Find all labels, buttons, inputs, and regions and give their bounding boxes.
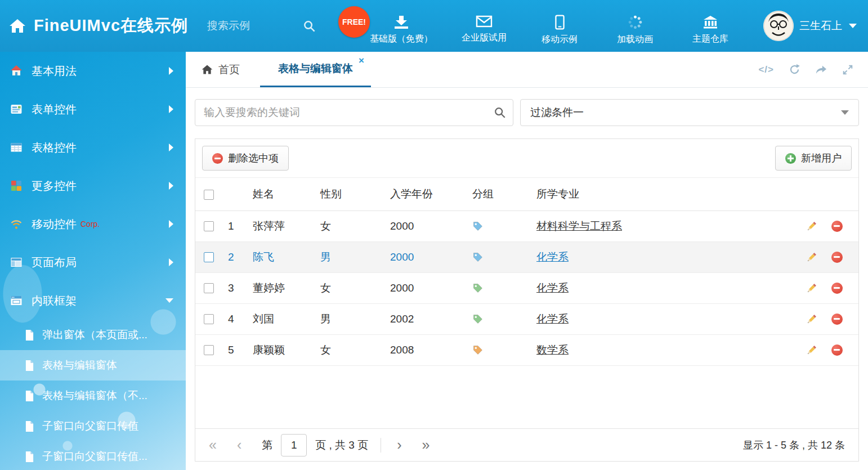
delete-icon[interactable] [831, 252, 843, 263]
sidebar-item-inline-frame[interactable]: 内联框架 [0, 281, 186, 320]
app-logo[interactable]: FineUIMvc在线示例 [0, 15, 188, 37]
sidebar-subitem-popup-window[interactable]: 弹出窗体（本页面或... [0, 320, 186, 350]
row-number: 4 [228, 303, 253, 334]
user-name: 三生石上 [799, 19, 842, 33]
cell-name: 张萍萍 [253, 211, 320, 241]
tag-icon [472, 221, 484, 232]
grid-panel: 删除选中项 新增用户 姓名 性别 入学年份 [195, 138, 859, 462]
form-icon [10, 103, 23, 115]
nav-mobile-demo[interactable]: 移动示例 [535, 6, 584, 46]
nav-loading-animation[interactable]: 加载动画 [611, 6, 659, 46]
col-header-year[interactable]: 入学年份 [390, 178, 472, 211]
button-label: 新增用户 [801, 151, 842, 165]
keyword-search-input[interactable] [195, 99, 513, 126]
envelope-icon [476, 15, 493, 28]
major-link[interactable]: 化学系 [536, 282, 569, 294]
row-checkbox[interactable] [204, 283, 214, 293]
nav-label: 主题仓库 [692, 33, 728, 45]
user-menu[interactable]: 三生石上 [763, 11, 857, 41]
row-checkbox[interactable] [204, 314, 214, 324]
code-icon[interactable]: </> [758, 64, 774, 75]
row-number: 2 [228, 241, 253, 272]
edit-icon[interactable] [806, 344, 817, 356]
col-header-group[interactable]: 分组 [472, 178, 536, 211]
chevron-down-icon [841, 110, 849, 115]
table-row[interactable]: 2 陈飞 男 2000 化学系 [195, 241, 858, 272]
chevron-right-icon [169, 220, 173, 228]
delete-selected-button[interactable]: 删除选中项 [202, 146, 289, 171]
add-user-button[interactable]: 新增用户 [775, 146, 852, 171]
home-icon [202, 64, 213, 75]
sidebar-item-label: 基本用法 [32, 64, 77, 79]
table-header-row: 姓名 性别 入学年份 分组 所学专业 [195, 178, 858, 211]
delete-icon[interactable] [831, 221, 843, 232]
cell-name: 董婷婷 [253, 272, 320, 303]
chevron-right-icon [169, 67, 173, 75]
cell-gender: 女 [320, 211, 390, 241]
search-icon[interactable] [303, 20, 316, 33]
frame-icon [10, 294, 23, 307]
delete-icon[interactable] [831, 314, 843, 325]
table-row[interactable]: 4 刘国 男 2002 化学系 [195, 303, 858, 334]
sidebar-item-basic-usage[interactable]: 基本用法 [0, 52, 186, 90]
sidebar-item-form-controls[interactable]: 表单控件 [0, 90, 186, 128]
sidebar-item-grid-controls[interactable]: 表格控件 [0, 128, 186, 167]
edit-icon[interactable] [806, 314, 817, 325]
close-icon[interactable]: × [359, 56, 364, 65]
sidebar-item-page-layout[interactable]: 页面布局 [0, 243, 186, 281]
sidebar-subitem-grid-edit-window[interactable]: 表格与编辑窗体 [0, 350, 186, 381]
row-checkbox[interactable] [204, 345, 214, 355]
nav-theme-repo[interactable]: 主题仓库 [686, 6, 735, 45]
tab-tools: </> [758, 64, 858, 75]
delete-icon[interactable] [831, 283, 843, 294]
filter-dropdown[interactable]: 过滤条件一 [520, 99, 859, 126]
header-search[interactable] [207, 20, 316, 33]
delete-icon[interactable] [831, 344, 843, 356]
tag-icon [472, 344, 484, 356]
header-search-input[interactable] [207, 20, 303, 32]
plus-circle-icon [785, 153, 796, 164]
row-checkbox[interactable] [204, 221, 214, 231]
last-page-button[interactable]: » [422, 438, 430, 452]
cell-name: 刘国 [253, 303, 320, 334]
next-page-button[interactable]: › [397, 438, 401, 452]
page-input[interactable] [281, 434, 307, 456]
sidebar-item-mobile-controls[interactable]: 移动控件 Corp. [0, 205, 186, 243]
filter-selected-value: 过滤条件一 [530, 105, 584, 120]
cell-gender: 女 [320, 272, 390, 303]
page-total: 页 , 共 3 页 [315, 438, 381, 453]
col-header-major[interactable]: 所学专业 [536, 178, 785, 211]
edit-icon[interactable] [806, 252, 817, 263]
major-link[interactable]: 化学系 [536, 251, 569, 263]
sidebar-subitem-grid-edit-window-2[interactable]: 表格与编辑窗体（不... [0, 381, 186, 411]
first-page-button[interactable]: « [209, 438, 217, 452]
edit-icon[interactable] [806, 283, 817, 294]
major-link[interactable]: 化学系 [536, 313, 569, 325]
nav-enterprise-trial[interactable]: 企业版试用 [460, 6, 508, 44]
table-row[interactable]: 5 康颖颖 女 2008 数学系 [195, 334, 858, 365]
tab-home[interactable]: 首页 [196, 52, 245, 87]
edit-icon[interactable] [806, 221, 817, 232]
col-header-gender[interactable]: 性别 [320, 178, 390, 211]
forward-icon[interactable] [815, 64, 827, 75]
search-icon[interactable] [494, 106, 506, 119]
sidebar-subitem-label: 表格与编辑窗体 [42, 358, 117, 373]
refresh-icon[interactable] [789, 64, 800, 75]
major-link[interactable]: 材料科学与工程系 [536, 220, 622, 232]
table-row[interactable]: 3 董婷婷 女 2000 化学系 [195, 272, 858, 303]
major-link[interactable]: 数学系 [536, 344, 569, 356]
tab-grid-edit-window[interactable]: 表格与编辑窗体 × [260, 52, 371, 87]
expand-icon[interactable] [842, 64, 853, 75]
col-header-name[interactable]: 姓名 [253, 178, 320, 211]
row-checkbox[interactable] [204, 252, 214, 262]
nav-basic-edition[interactable]: FREE! 基础版（免费） [370, 6, 433, 45]
sidebar-subitem-child-to-parent[interactable]: 子窗口向父窗口传值 [0, 411, 186, 441]
home-logo-icon [9, 18, 26, 34]
select-all-checkbox[interactable] [204, 190, 214, 200]
prev-page-button[interactable]: ‹ [237, 438, 241, 452]
table-icon [10, 141, 23, 154]
table-wrap: 姓名 性别 入学年份 分组 所学专业 1 张萍萍 [195, 178, 858, 428]
sidebar-item-more-controls[interactable]: 更多控件 [0, 167, 186, 205]
table-row[interactable]: 1 张萍萍 女 2000 材料科学与工程系 [195, 211, 858, 241]
sidebar-subitem-child-to-parent-2[interactable]: 子窗口向父窗口传值... [0, 441, 186, 470]
